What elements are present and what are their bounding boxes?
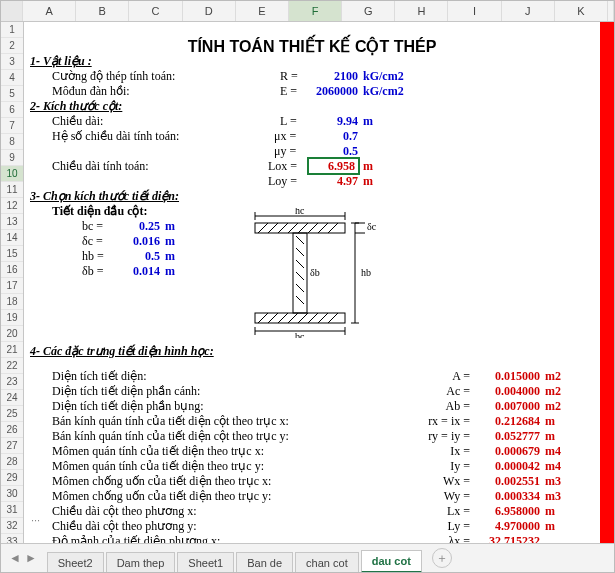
- row-5[interactable]: 5: [1, 86, 23, 102]
- row-14[interactable]: 14: [1, 230, 23, 246]
- row-22[interactable]: 22: [1, 358, 23, 374]
- section-2-header: 2- Kích thước cột:: [30, 99, 122, 114]
- tab-chan-cot[interactable]: chan cot: [295, 552, 359, 573]
- value-loy[interactable]: 4.97: [308, 174, 358, 189]
- s4-value[interactable]: 0.052777: [475, 429, 540, 444]
- svg-line-12: [268, 313, 278, 323]
- section-3-header: 3- Chọn kích thước tiết diện:: [30, 189, 179, 204]
- scroll-dots[interactable]: ···: [1, 514, 40, 526]
- svg-line-17: [318, 313, 328, 323]
- s4-value[interactable]: 0.000679: [475, 444, 540, 459]
- value-bc[interactable]: 0.25: [115, 219, 160, 234]
- s4-label: Chiều dài cột theo phương y:: [52, 519, 197, 534]
- s4-value[interactable]: 0.004000: [475, 384, 540, 399]
- value-dc[interactable]: 0.016: [115, 234, 160, 249]
- s4-unit: m3: [545, 489, 561, 504]
- selected-cell-lox[interactable]: 6.958: [307, 157, 360, 175]
- col-H[interactable]: H: [395, 1, 448, 21]
- row-2[interactable]: 2: [1, 38, 23, 54]
- svg-line-6: [288, 223, 298, 233]
- unit-r: kG/cm2: [363, 69, 404, 84]
- row-29[interactable]: 29: [1, 470, 23, 486]
- unit-e: kG/cm2: [363, 84, 404, 99]
- row-1[interactable]: 1: [1, 22, 23, 38]
- row-17[interactable]: 17: [1, 278, 23, 294]
- tab-Ban-de[interactable]: Ban de: [236, 552, 293, 573]
- col-D[interactable]: D: [183, 1, 236, 21]
- s4-unit: m2: [545, 384, 561, 399]
- row-19[interactable]: 19: [1, 310, 23, 326]
- s4-value[interactable]: 0.000334: [475, 489, 540, 504]
- col-C[interactable]: C: [129, 1, 182, 21]
- row-24[interactable]: 24: [1, 390, 23, 406]
- s4-unit: m: [545, 429, 555, 444]
- row-15[interactable]: 15: [1, 246, 23, 262]
- row-26[interactable]: 26: [1, 422, 23, 438]
- row-headers[interactable]: 1234567891011121314151617181920212223242…: [1, 22, 24, 545]
- col-K[interactable]: K: [555, 1, 608, 21]
- tab-dau-cot[interactable]: dau cot: [361, 550, 422, 573]
- col-I[interactable]: I: [448, 1, 501, 21]
- col-A[interactable]: A: [23, 1, 76, 21]
- row-27[interactable]: 27: [1, 438, 23, 454]
- row-3[interactable]: 3: [1, 54, 23, 70]
- tab-nav-next-icon[interactable]: ►: [25, 551, 37, 565]
- value-db[interactable]: 0.014: [115, 264, 160, 279]
- tab-nav-prev-icon[interactable]: ◄: [9, 551, 21, 565]
- s4-label: Diện tích tiết diện phần cánh:: [52, 384, 200, 399]
- row-7[interactable]: 7: [1, 118, 23, 134]
- row-28[interactable]: 28: [1, 454, 23, 470]
- row-4[interactable]: 4: [1, 70, 23, 86]
- s4-value[interactable]: 4.970000: [475, 519, 540, 534]
- row-21[interactable]: 21: [1, 342, 23, 358]
- tab-Sheet2[interactable]: Sheet2: [47, 552, 104, 573]
- col-G[interactable]: G: [342, 1, 395, 21]
- s4-value[interactable]: 6.958000: [475, 504, 540, 519]
- sheet-area[interactable]: TÍNH TOÁN THIẾT KẾ CỘT THÉP 1- Vật liệu …: [24, 22, 614, 545]
- select-all-corner[interactable]: [1, 1, 23, 21]
- s4-value[interactable]: 0.002551: [475, 474, 540, 489]
- col-F[interactable]: F: [289, 1, 342, 21]
- row-30[interactable]: 30: [1, 486, 23, 502]
- row-18[interactable]: 18: [1, 294, 23, 310]
- row-13[interactable]: 13: [1, 214, 23, 230]
- s4-value[interactable]: 0.000042: [475, 459, 540, 474]
- unit-dc: m: [165, 234, 175, 249]
- tab-nav[interactable]: ◄ ►: [9, 551, 37, 565]
- row-23[interactable]: 23: [1, 374, 23, 390]
- value-L[interactable]: 9.94: [308, 114, 358, 129]
- value-r[interactable]: 2100: [308, 69, 358, 84]
- s4-value[interactable]: 0.015000: [475, 369, 540, 384]
- row-10[interactable]: 10: [1, 166, 23, 182]
- s4-value[interactable]: 0.212684: [475, 414, 540, 429]
- row-16[interactable]: 16: [1, 262, 23, 278]
- s4-label: Mômen quán tính của tiết diện theo trục …: [52, 459, 264, 474]
- row-8[interactable]: 8: [1, 134, 23, 150]
- row-20[interactable]: 20: [1, 326, 23, 342]
- tab-Dam-thep[interactable]: Dam thep: [106, 552, 176, 573]
- s4-unit: m2: [545, 399, 561, 414]
- tab-Sheet1[interactable]: Sheet1: [177, 552, 234, 573]
- col-B[interactable]: B: [76, 1, 129, 21]
- row-25[interactable]: 25: [1, 406, 23, 422]
- column-headers[interactable]: A B C D E F G H I J K: [1, 1, 614, 22]
- s4-symbol: rx = ix =: [410, 414, 470, 429]
- svg-line-15: [298, 313, 308, 323]
- value-mux[interactable]: 0.7: [308, 129, 358, 144]
- row-12[interactable]: 12: [1, 198, 23, 214]
- add-sheet-button[interactable]: ＋: [432, 548, 452, 568]
- col-E[interactable]: E: [236, 1, 289, 21]
- spreadsheet-window: { "cols":["A","B","C","D","E","F","G","H…: [0, 0, 615, 573]
- s4-value[interactable]: 0.007000: [475, 399, 540, 414]
- section-4-header: 4- Các đặc trưng tiết diện hình học:: [30, 344, 214, 359]
- row-6[interactable]: 6: [1, 102, 23, 118]
- row-9[interactable]: 9: [1, 150, 23, 166]
- col-J[interactable]: J: [502, 1, 555, 21]
- value-e[interactable]: 2060000: [300, 84, 358, 99]
- s4-unit: m: [545, 519, 555, 534]
- value-hb[interactable]: 0.5: [115, 249, 160, 264]
- s4-symbol: ry = iy =: [410, 429, 470, 444]
- svg-line-3: [258, 223, 268, 233]
- svg-line-4: [268, 223, 278, 233]
- row-11[interactable]: 11: [1, 182, 23, 198]
